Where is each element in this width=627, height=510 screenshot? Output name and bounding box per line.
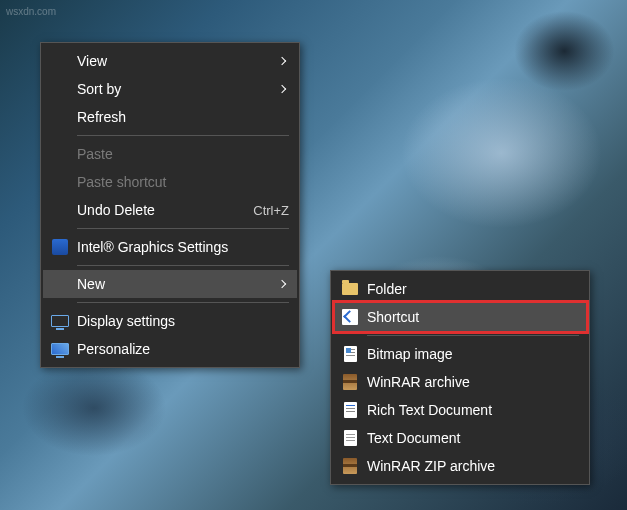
menu-item-sort-by[interactable]: Sort by <box>43 75 297 103</box>
winrar-icon <box>337 372 363 392</box>
bitmap-icon <box>337 344 363 364</box>
menu-label: Refresh <box>73 109 289 125</box>
menu-label: Intel® Graphics Settings <box>73 239 289 255</box>
shortcut-icon <box>337 307 363 327</box>
submenu-item-shortcut[interactable]: Shortcut <box>333 303 587 331</box>
menu-label: WinRAR archive <box>363 374 579 390</box>
watermark: wsxdn.com <box>6 6 56 17</box>
spacer-icon <box>47 172 73 192</box>
spacer-icon <box>47 144 73 164</box>
submenu-item-txt[interactable]: Text Document <box>333 424 587 452</box>
submenu-item-winrar[interactable]: WinRAR archive <box>333 368 587 396</box>
menu-label: Paste shortcut <box>73 174 289 190</box>
menu-label: Text Document <box>363 430 579 446</box>
menu-item-display-settings[interactable]: Display settings <box>43 307 297 335</box>
desktop-context-menu: View Sort by Refresh Paste Paste shortcu… <box>40 42 300 368</box>
menu-item-new[interactable]: New <box>43 270 297 298</box>
submenu-item-winrar-zip[interactable]: WinRAR ZIP archive <box>333 452 587 480</box>
separator <box>77 228 289 229</box>
chevron-right-icon <box>278 85 286 93</box>
personalize-icon <box>47 339 73 359</box>
spacer-icon <box>47 274 73 294</box>
submenu-item-bitmap[interactable]: Bitmap image <box>333 340 587 368</box>
menu-label: Paste <box>73 146 289 162</box>
menu-item-paste-shortcut: Paste shortcut <box>43 168 297 196</box>
separator <box>367 335 579 336</box>
menu-label: View <box>73 53 279 69</box>
menu-label: Rich Text Document <box>363 402 579 418</box>
chevron-right-icon <box>278 280 286 288</box>
menu-item-intel-graphics[interactable]: Intel® Graphics Settings <box>43 233 297 261</box>
menu-item-view[interactable]: View <box>43 47 297 75</box>
keyboard-shortcut: Ctrl+Z <box>253 203 289 218</box>
submenu-item-rtf[interactable]: Rich Text Document <box>333 396 587 424</box>
spacer-icon <box>47 51 73 71</box>
display-icon <box>47 311 73 331</box>
winrar-zip-icon <box>337 456 363 476</box>
chevron-right-icon <box>278 57 286 65</box>
rtf-icon <box>337 400 363 420</box>
menu-label: Sort by <box>73 81 279 97</box>
menu-item-paste: Paste <box>43 140 297 168</box>
separator <box>77 265 289 266</box>
submenu-item-folder[interactable]: Folder <box>333 275 587 303</box>
new-submenu: Folder Shortcut Bitmap image WinRAR arch… <box>330 270 590 485</box>
menu-label: Folder <box>363 281 579 297</box>
separator <box>77 135 289 136</box>
menu-label: Shortcut <box>363 309 579 325</box>
spacer-icon <box>47 107 73 127</box>
spacer-icon <box>47 200 73 220</box>
separator <box>77 302 289 303</box>
menu-item-personalize[interactable]: Personalize <box>43 335 297 363</box>
folder-icon <box>337 279 363 299</box>
menu-label: New <box>73 276 279 292</box>
menu-label: Personalize <box>73 341 289 357</box>
menu-label: Bitmap image <box>363 346 579 362</box>
txt-icon <box>337 428 363 448</box>
menu-item-undo-delete[interactable]: Undo Delete Ctrl+Z <box>43 196 297 224</box>
menu-label: Undo Delete <box>73 202 253 218</box>
menu-label: Display settings <box>73 313 289 329</box>
spacer-icon <box>47 79 73 99</box>
menu-item-refresh[interactable]: Refresh <box>43 103 297 131</box>
intel-icon <box>47 237 73 257</box>
menu-label: WinRAR ZIP archive <box>363 458 579 474</box>
